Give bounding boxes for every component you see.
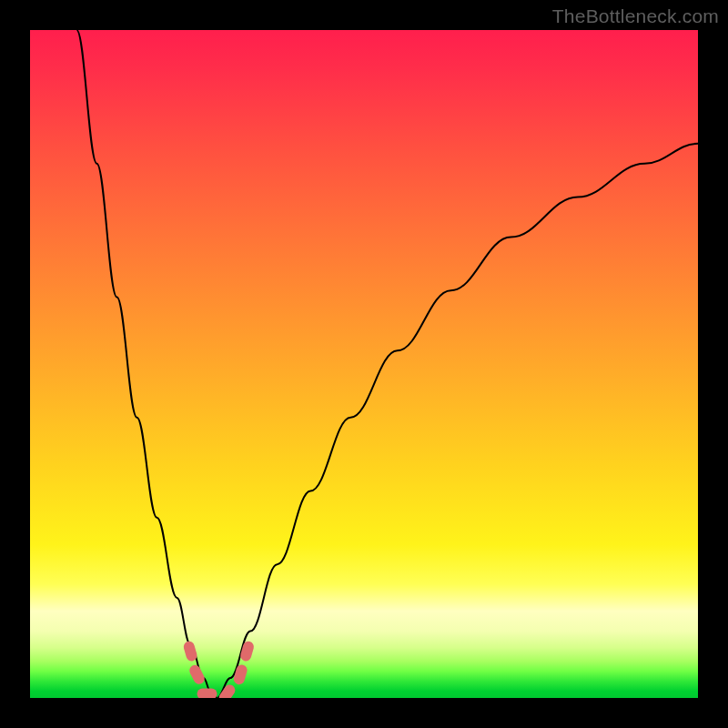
highlight-pill — [187, 663, 207, 686]
highlight-pill — [239, 640, 256, 662]
watermark-text: TheBottleneck.com — [552, 5, 719, 27]
bottleneck-curve-right — [217, 144, 698, 698]
curve-svg — [30, 30, 698, 698]
highlight-pill — [217, 682, 237, 698]
highlight-pill — [197, 689, 217, 698]
plot-area — [30, 30, 698, 698]
highlight-pill — [232, 663, 248, 685]
highlight-markers — [182, 640, 255, 698]
bottleneck-curve-left — [76, 30, 217, 698]
chart-frame: TheBottleneck.com — [0, 0, 728, 728]
